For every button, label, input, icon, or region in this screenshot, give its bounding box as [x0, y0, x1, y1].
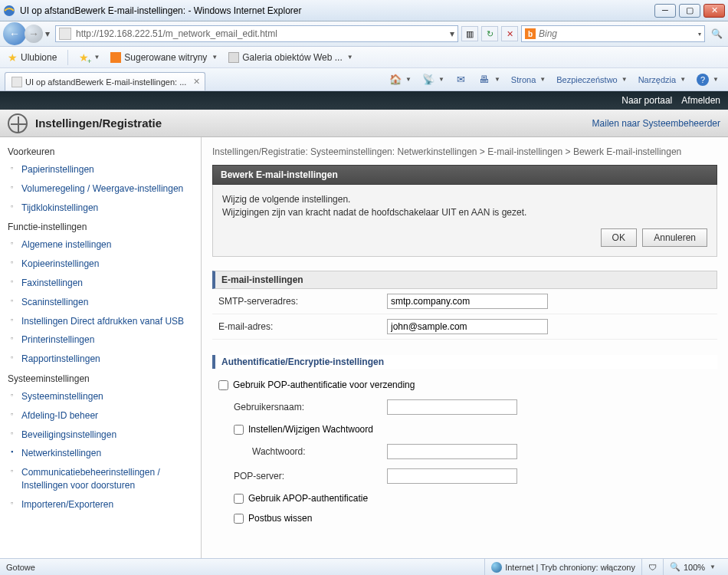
maximize-button[interactable]: ▢: [679, 4, 700, 18]
search-bar[interactable]: b ▾: [521, 25, 705, 42]
sidebar-item-label: Algemene instellingen: [21, 238, 111, 251]
popserver-input[interactable]: [387, 468, 517, 484]
sidebar-item-import-export[interactable]: Importeren/Exporteren: [5, 495, 201, 514]
device-page-title: Instellingen/Registratie: [35, 117, 592, 130]
close-button[interactable]: ✕: [703, 4, 725, 18]
status-bar: Gotowe Internet | Tryb chroniony: włączo…: [0, 558, 728, 575]
sidebar-item-label: Faxinstellingen: [21, 277, 83, 290]
pop-auth-checkbox[interactable]: [218, 380, 228, 390]
globe-icon: [491, 562, 502, 573]
search-dropdown[interactable]: ▾: [698, 31, 701, 38]
back-button[interactable]: ←: [3, 22, 26, 45]
sidebar-item-paper[interactable]: Papierinstellingen: [5, 160, 201, 179]
tools-menu-label: Narzędzia: [638, 75, 677, 84]
sidebar-item-printer[interactable]: Printerinstellingen: [5, 330, 201, 350]
page-menu[interactable]: Strona▼: [507, 71, 550, 88]
minimize-button[interactable]: ─: [654, 4, 676, 18]
password-row: Wachtwoord:: [212, 439, 717, 464]
apop-checkbox[interactable]: [234, 494, 244, 504]
sidebar-item-label: Rapportinstellingen: [21, 353, 100, 366]
status-protected-mode-toggle[interactable]: 🛡: [641, 559, 663, 575]
smtp-row: SMTP-serveradres:: [212, 289, 717, 314]
sidebar-item-label: Scaninstellingen: [21, 296, 88, 309]
sidebar-item-label: Volumeregeling / Weergave-instellingen: [21, 182, 183, 196]
sidebar-item-dept-id[interactable]: Afdeling-ID beheer: [5, 406, 201, 426]
portal-link[interactable]: Naar portaal: [621, 95, 672, 106]
sidebar-item-label: Systeeminstellingen: [21, 390, 103, 403]
address-bar[interactable]: ▾: [55, 25, 458, 42]
read-mail-button[interactable]: ✉: [451, 71, 472, 88]
sidebar-item-security[interactable]: Beveiligingsinstellingen: [5, 426, 201, 445]
sidebar-item-usb-print[interactable]: Instellingen Direct afdrukken vanaf USB: [5, 312, 201, 331]
cancel-button[interactable]: Annuleren: [642, 228, 707, 247]
search-button[interactable]: 🔍: [708, 26, 725, 41]
sidebar-item-volume-display[interactable]: Volumeregeling / Weergave-instellingen: [5, 179, 201, 199]
tools-menu[interactable]: Narzędzia▼: [634, 71, 690, 88]
star-icon: ★: [8, 51, 18, 64]
sidebar-item-comm-forward[interactable]: Communicatiebeheerinstellingen / Instell…: [5, 463, 201, 495]
nav-history-dropdown[interactable]: ▾: [43, 28, 52, 39]
setpw-label: Instellen/Wijzigen Wachtwoord: [248, 424, 373, 435]
smtp-label: SMTP-serveradres:: [218, 296, 387, 307]
sidebar-item-scan[interactable]: Scaninstellingen: [5, 293, 201, 312]
password-label: Wachtwoord:: [252, 446, 387, 457]
browser-tab[interactable]: UI op afstandBewerk E-mail-instellingen:…: [5, 72, 205, 90]
suggested-sites-link[interactable]: Sugerowane witryny ▼: [107, 51, 221, 64]
clearbox-checkbox[interactable]: [234, 514, 244, 524]
safety-menu[interactable]: Bezpieczeństwo▼: [552, 71, 631, 88]
sidebar-item-network[interactable]: Netwerkinstellingen: [5, 444, 201, 463]
sidebar-item-system[interactable]: Systeeminstellingen: [5, 387, 201, 406]
username-input[interactable]: [387, 399, 517, 415]
help-button[interactable]: ?▼: [692, 71, 723, 88]
setpw-row: Instellen/Wijzigen Wachtwoord: [212, 419, 717, 439]
logout-link[interactable]: Afmelden: [681, 95, 720, 106]
sidebar-item-label: Beveiligingsinstellingen: [21, 429, 116, 442]
setpw-checkbox[interactable]: [234, 425, 244, 435]
web-gallery-link[interactable]: Galeria obiektów Web ... ▼: [225, 51, 356, 64]
zoom-icon: 🔍: [670, 562, 680, 572]
ok-button[interactable]: OK: [601, 228, 637, 247]
sidebar-item-label: Instellingen Direct afdrukken vanaf USB: [21, 315, 184, 328]
email-input[interactable]: [387, 319, 548, 334]
apop-row: Gebruik APOP-authentificatie: [212, 488, 717, 508]
suggested-icon: [110, 52, 121, 63]
sidebar-item-fax[interactable]: Faxinstellingen: [5, 274, 201, 293]
smtp-input[interactable]: [387, 294, 548, 309]
status-zone[interactable]: Internet | Tryb chroniony: włączony: [484, 559, 641, 575]
clearbox-row: Postbus wissen: [212, 508, 717, 528]
sidebar: Voorkeuren Papierinstellingen Volumerege…: [0, 137, 202, 558]
section-email-header: E-mail-instellingen: [212, 271, 717, 289]
gallery-icon: [228, 52, 239, 63]
forward-button[interactable]: →: [25, 25, 43, 43]
email-label: E-mail-adres:: [218, 321, 387, 332]
compat-view-button[interactable]: ▥: [461, 26, 478, 41]
home-button[interactable]: 🏠▼: [385, 71, 416, 88]
tab-close-button[interactable]: ✕: [193, 77, 200, 87]
search-input[interactable]: [539, 28, 695, 39]
refresh-button[interactable]: ↻: [481, 26, 498, 41]
address-dropdown[interactable]: ▾: [450, 28, 454, 39]
stop-button[interactable]: ✕: [501, 26, 518, 41]
web-gallery-label: Galeria obiektów Web ...: [242, 52, 343, 63]
url-input[interactable]: [76, 28, 445, 39]
password-input[interactable]: [387, 444, 517, 459]
window-title: UI op afstandBewerk E-mail-instellingen:…: [20, 5, 654, 16]
favorites-label: Ulubione: [21, 52, 57, 63]
breadcrumb: Instellingen/Registratie: Systeeminstell…: [212, 145, 717, 159]
sidebar-item-timer[interactable]: Tijdklokinstellingen: [5, 199, 201, 218]
add-favorite-button[interactable]: ★+ ▼: [76, 50, 103, 65]
sidebar-item-report[interactable]: Rapportinstellingen: [5, 350, 201, 369]
pop-auth-row: Gebruik POP-authentificatie voor verzend…: [212, 375, 717, 395]
page-favicon: [59, 28, 71, 40]
sidebar-item-label: Netwerkinstellingen: [21, 447, 101, 460]
feeds-button[interactable]: 📡▼: [418, 71, 449, 88]
sidebar-item-general[interactable]: Algemene instellingen: [5, 235, 201, 255]
favorites-button[interactable]: ★ Ulubione: [5, 50, 60, 65]
section-auth-header: Authentificatie/Encryptie-instellingen: [212, 355, 717, 369]
print-button[interactable]: 🖶▼: [474, 71, 505, 88]
mail-admin-link[interactable]: Mailen naar Systeembeheerder: [592, 118, 720, 129]
status-zoom[interactable]: 🔍 100% ▼: [663, 559, 722, 575]
chevron-down-icon: ▼: [93, 54, 100, 61]
status-ready: Gotowe: [6, 563, 35, 572]
sidebar-item-copy[interactable]: Kopieerinstellingen: [5, 255, 201, 274]
